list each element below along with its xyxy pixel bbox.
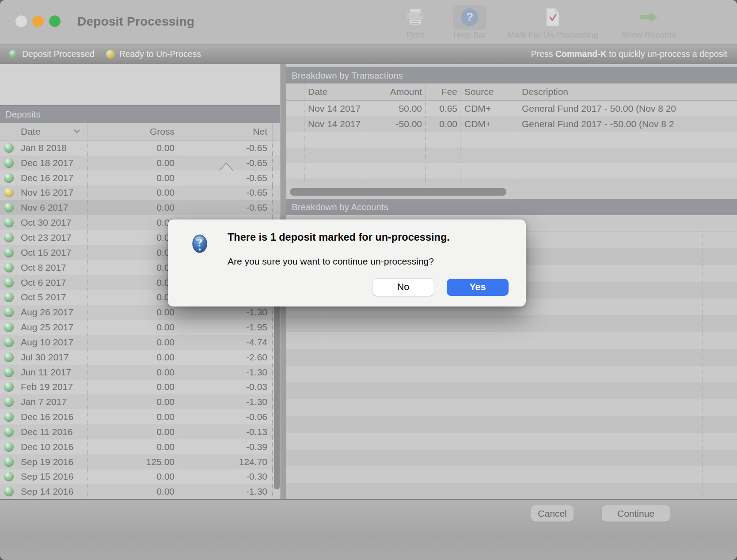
svg-text:?: ? — [197, 237, 203, 249]
green-status-dot-icon — [4, 143, 14, 153]
account-cell — [703, 382, 737, 399]
account-cell — [286, 416, 328, 433]
tx-date-cell — [304, 132, 366, 147]
table-row[interactable]: Aug 10 20170.00-4.74 — [0, 335, 280, 350]
green-status-dot-icon — [4, 472, 14, 481]
table-row[interactable]: Dec 18 20170.00-0.65 — [0, 155, 280, 170]
account-cell — [328, 315, 703, 332]
green-status-dot-icon — [4, 218, 14, 227]
status-cell — [0, 320, 18, 335]
tx-amount-column-header[interactable]: Amount — [366, 83, 425, 100]
account-cell — [286, 433, 328, 450]
question-icon: ? — [191, 233, 209, 257]
deposit-date-cell: Aug 26 2017 — [18, 305, 87, 320]
deposits-vertical-scrollbar[interactable] — [274, 286, 280, 489]
deposit-date-cell: Nov 6 2017 — [18, 200, 87, 215]
table-row[interactable]: Aug 25 20170.00-1.95 — [0, 320, 280, 335]
tx-fee-cell — [425, 178, 460, 185]
help-bar-button[interactable]: ? Help Bar — [445, 4, 494, 40]
account-cell — [328, 366, 703, 382]
account-cell — [703, 349, 737, 366]
shortcut-key: Command-K — [555, 49, 607, 59]
green-status-dot-icon — [4, 307, 14, 317]
minimize-window-button[interactable] — [32, 15, 44, 27]
tx-source-column-header[interactable]: Source — [460, 83, 518, 100]
dialog-yes-button[interactable]: Yes — [447, 279, 509, 296]
table-row[interactable]: Jan 7 20170.00-1.30 — [0, 394, 280, 409]
deposit-gross-cell: 0.00 — [87, 394, 180, 409]
deposit-net-cell: -0.65 — [180, 185, 272, 201]
account-cell — [328, 466, 703, 483]
green-status-dot-icon — [4, 173, 14, 183]
table-row[interactable]: Nov 16 20170.00-0.65 — [0, 185, 280, 201]
table-row[interactable]: Jul 30 20170.00-2.60 — [0, 350, 280, 365]
table-row[interactable]: Nov 6 20170.00-0.65 — [0, 200, 280, 215]
close-window-button[interactable] — [15, 15, 27, 27]
mark-for-unprocessing-button[interactable]: Mark For Un-Processing — [502, 4, 604, 40]
transaction-row[interactable]: Nov 14 201750.000.65CDM+General Fund 201… — [286, 101, 737, 116]
tx-description-column-header[interactable]: Description — [518, 83, 737, 100]
legend-item-processed: Deposit Processed — [9, 49, 95, 59]
deposit-net-cell: -0.06 — [180, 409, 272, 424]
deposit-gross-cell: 0.00 — [87, 350, 180, 365]
net-column-header[interactable]: Net — [180, 123, 272, 140]
empty-row — [286, 349, 737, 366]
table-row[interactable]: Jun 11 20170.00-1.30 — [0, 365, 280, 380]
status-cell — [0, 439, 18, 454]
date-column-header[interactable]: Date — [18, 123, 87, 140]
tx-fee-cell — [425, 148, 460, 163]
transactions-horizontal-scrollbar[interactable] — [290, 188, 506, 196]
tx-fee-column-header[interactable]: Fee — [425, 83, 460, 100]
show-records-button[interactable]: Show Records — [618, 4, 680, 40]
table-row[interactable]: Dec 10 20160.00-0.39 — [0, 439, 280, 454]
deposit-net-cell: -0.39 — [180, 439, 272, 454]
table-row[interactable]: Dec 16 20160.00-0.06 — [0, 409, 280, 424]
account-cell — [703, 416, 737, 433]
deposit-gross-cell: 0.00 — [87, 200, 180, 215]
print-button[interactable]: Print — [398, 4, 433, 40]
row-spacer — [272, 140, 280, 155]
shortcut-hint: Press Command-K to quickly un-process a … — [531, 49, 727, 59]
green-status-dot-icon — [4, 248, 14, 257]
account-cell — [286, 483, 328, 499]
table-row[interactable]: Aug 26 20170.00-1.30 — [0, 305, 280, 320]
deposit-net-cell: -0.30 — [180, 469, 272, 484]
tx-date-column-header[interactable]: Date — [304, 83, 366, 100]
table-row[interactable]: Dec 16 20170.00-0.65 — [0, 170, 280, 185]
green-status-dot-icon — [4, 487, 14, 496]
account-cell — [286, 315, 328, 332]
status-cell — [0, 245, 18, 260]
printer-icon — [405, 4, 425, 30]
tx-description-cell: General Fund 2017 - 50.00 (Nov 8 20 — [518, 101, 737, 116]
zoom-window-button[interactable] — [49, 15, 61, 27]
deposit-gross-cell: 0.00 — [87, 305, 180, 320]
gross-column-header[interactable]: Gross — [87, 123, 180, 140]
empty-row — [286, 466, 737, 483]
status-cell — [0, 170, 18, 185]
svg-text:?: ? — [466, 11, 474, 24]
table-row[interactable]: Jan 8 20180.00-0.65 — [0, 140, 280, 155]
account-cell — [328, 416, 703, 433]
window-title: Deposit Processing — [77, 15, 194, 29]
table-row[interactable]: Feb 19 20170.00-0.03 — [0, 380, 280, 395]
account-cell — [286, 332, 328, 349]
cancel-button[interactable]: Cancel — [531, 505, 574, 522]
deposit-gross-cell: 0.00 — [87, 185, 180, 201]
green-status-dot-icon — [4, 263, 14, 272]
empty-row — [286, 382, 737, 399]
table-row[interactable]: Dec 11 20160.00-0.13 — [0, 424, 280, 439]
deposit-gross-cell: 0.00 — [87, 320, 180, 335]
table-row[interactable]: Sep 19 2016125.00124.70 — [0, 454, 280, 469]
continue-button[interactable]: Continue — [602, 505, 670, 522]
deposit-net-cell: -1.30 — [180, 365, 272, 380]
green-status-dot-icon — [4, 442, 14, 452]
deposit-date-cell: Aug 10 2017 — [18, 335, 87, 350]
transaction-row[interactable]: Nov 14 2017-50.000.00CDM+General Fund 20… — [286, 116, 737, 132]
table-row[interactable]: Sep 15 20160.00-0.30 — [0, 469, 280, 484]
deposit-net-cell: -1.95 — [180, 320, 272, 335]
dialog-no-button[interactable]: No — [372, 279, 434, 296]
deposits-section-title: Deposits — [5, 109, 41, 120]
table-row[interactable]: Sep 14 20160.00-1.30 — [0, 484, 280, 499]
deposit-gross-cell: 0.00 — [87, 140, 180, 155]
account-cell — [328, 399, 703, 416]
